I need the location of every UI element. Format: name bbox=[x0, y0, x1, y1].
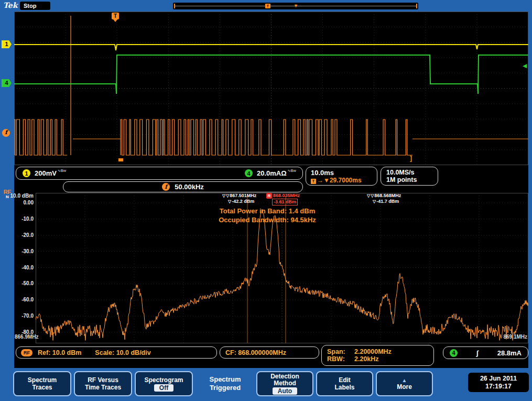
reference-marker-icon: R bbox=[266, 193, 272, 199]
ch4-edge-marker-icon: ◀ bbox=[523, 62, 527, 69]
record-length: 1M points bbox=[386, 176, 417, 183]
delay-arrow-icon: →▼ bbox=[317, 177, 330, 184]
ref-level-label: 10.0 dBm bbox=[0, 193, 34, 199]
menu-button-label: Detection bbox=[270, 373, 299, 380]
marker-icon: ▽ bbox=[226, 193, 229, 198]
menu-button-label: More bbox=[397, 383, 412, 391]
horizontal-readout-box: 10.0ms T→▼29.7000ms bbox=[306, 167, 377, 186]
oscilloscope-screen: Tek Stop T ▼ 1 4 f T ] ◀ 1 200mV ∿Bw 4 2… bbox=[0, 0, 532, 401]
menu-title-spectrum-triggered[interactable]: Spectrum Triggered bbox=[194, 373, 256, 394]
tek-logo: Tek bbox=[3, 1, 17, 9]
y-axis-label: -10.0 bbox=[0, 216, 34, 222]
marker-icon: ▽ bbox=[367, 193, 370, 198]
delay-trigger-icon: T bbox=[311, 179, 316, 184]
marker-icon: ▽ bbox=[222, 193, 225, 198]
record-view-bar: T ▼ bbox=[173, 3, 418, 9]
marker-icon: ▽ bbox=[228, 199, 231, 204]
rf-readout-badge: RF bbox=[21, 349, 32, 356]
span-rbw-readout-box: Span:2.20000MHz RBW:2.20kHz bbox=[321, 345, 434, 366]
menu-button-more[interactable]: ▲ More bbox=[376, 371, 433, 396]
menu-button-state: Off bbox=[154, 384, 173, 392]
reference-marker-readout: R868.035MHz -3.61 dBm bbox=[266, 193, 300, 205]
rf-freq-scale: 50.00kHz bbox=[175, 183, 204, 191]
band-measurements: Total Power in Band: 1.4 dBm Occupied Ba… bbox=[168, 207, 367, 224]
record-trigger-icon: T bbox=[265, 4, 270, 8]
menu-button-label: Edit bbox=[339, 376, 351, 384]
ch4-readout-badge: 4 bbox=[245, 169, 253, 177]
datetime-box: 26 Jun 2011 17:19:17 bbox=[468, 373, 529, 392]
sample-rate: 10.0MS/s bbox=[386, 169, 415, 176]
rf-scale: Scale: 10.0 dB/div bbox=[95, 349, 150, 356]
menu-button-label: Traces bbox=[32, 384, 52, 391]
y-axis-label: 0.00 bbox=[0, 200, 34, 205]
menu-button-edit-labels[interactable]: Edit Labels bbox=[316, 371, 373, 396]
time-domain-graticule bbox=[14, 12, 528, 165]
trigger-source-badge: 4 bbox=[450, 349, 458, 357]
menu-button-spectrum-traces[interactable]: Spectrum Traces bbox=[13, 371, 71, 396]
center-frequency-readout-box: CF: 868.000000MHz bbox=[220, 346, 319, 359]
peak-marker-readout: ▽▽868.568MHz ▽-41.7 dBm bbox=[367, 193, 401, 204]
menu-button-label: Time Traces bbox=[85, 384, 121, 391]
date-label: 26 Jun 2011 bbox=[480, 375, 517, 383]
peak-marker-readout: ▽▽867.501MHz ▽-42.2 dBm bbox=[222, 193, 256, 204]
trigger-level-marker bbox=[118, 158, 123, 161]
span-label: Span: bbox=[327, 348, 354, 355]
rf-freq-readout-box: f 50.00kHz bbox=[63, 181, 303, 192]
ch1-readout-badge: 1 bbox=[23, 169, 30, 177]
marker-amplitude: -3.61 dBm bbox=[272, 199, 298, 205]
menu-button-label: Labels bbox=[334, 384, 354, 391]
y-axis-label: -50.0 bbox=[0, 280, 34, 286]
channel-readout-box: 1 200mV ∿Bw 4 20.0mAΩ ∿Bw bbox=[16, 167, 303, 180]
trigger-slope-icon: ∫ bbox=[476, 349, 479, 357]
y-axis-label: -30.0 bbox=[0, 248, 34, 254]
menu-button-detection-method[interactable]: Detection Method Auto bbox=[256, 371, 313, 396]
menu-button-label: Spectrogram bbox=[144, 376, 183, 384]
time-label: 17:19:17 bbox=[485, 383, 512, 391]
record-left-bracket bbox=[174, 4, 175, 8]
ch4-scale: 20.0mAΩ bbox=[257, 169, 287, 177]
trigger-readout-box: 4 ∫ 28.8mA bbox=[443, 346, 528, 359]
marker-frequency: 868.568MHz bbox=[374, 193, 401, 198]
menu-title-label: Spectrum bbox=[210, 375, 241, 384]
burst-end-bracket: ] bbox=[410, 155, 412, 162]
total-power-in-band: Total Power in Band: 1.4 dBm bbox=[168, 207, 367, 215]
span-value: 2.20000MHz bbox=[354, 348, 392, 355]
y-axis-label: -40.0 bbox=[0, 265, 34, 270]
ch1-coupling: ∿Bw bbox=[58, 169, 66, 173]
rf-time-badge: f bbox=[2, 129, 10, 137]
rbw-value: 2.20kHz bbox=[354, 355, 379, 363]
rf-freq-badge: f bbox=[162, 183, 170, 191]
start-frequency-label: 866.9MHz bbox=[15, 334, 39, 340]
ch1-scale: 200mV bbox=[35, 169, 57, 177]
menu-button-label: Method bbox=[274, 380, 296, 387]
menu-title-label: Triggered bbox=[210, 384, 241, 392]
y-axis-label: -20.0 bbox=[0, 232, 34, 238]
horizontal-delay: 29.7000ms bbox=[330, 177, 362, 184]
menu-button-state: Auto bbox=[273, 387, 297, 395]
ch4-badge: 4 bbox=[2, 79, 12, 87]
chevron-up-icon: ▲ bbox=[402, 377, 407, 383]
ch4-coupling: ∿Bw bbox=[288, 169, 296, 173]
rf-settings-readout-box: RF Ref: 10.0 dBm Scale: 10.0 dB/div bbox=[16, 346, 217, 359]
rf-ref-level: Ref: 10.0 dBm bbox=[38, 349, 81, 356]
rbw-label: RBW: bbox=[327, 355, 354, 363]
menu-button-rf-versus-time[interactable]: RF Versus Time Traces bbox=[74, 371, 132, 396]
record-right-bracket bbox=[416, 4, 417, 8]
trigger-flag: T bbox=[112, 13, 119, 19]
marker-amplitude: -41.7 dBm bbox=[376, 199, 399, 204]
acquisition-status: Stop bbox=[20, 2, 50, 10]
trigger-flag-stem bbox=[113, 19, 117, 22]
menu-button-spectrogram[interactable]: Spectrogram Off bbox=[135, 371, 193, 396]
y-axis-label: -60.0 bbox=[0, 297, 34, 302]
horizontal-scale: 10.0ms bbox=[311, 169, 334, 177]
marker-icon: ▽ bbox=[371, 193, 374, 198]
marker-amplitude: -42.2 dBm bbox=[232, 199, 254, 204]
marker-frequency: 867.501MHz bbox=[230, 193, 256, 198]
marker-icon: ▽ bbox=[373, 199, 376, 204]
ch1-badge: 1 bbox=[2, 40, 12, 48]
acquisition-readout-box: 10.0MS/s 1M points bbox=[381, 167, 438, 186]
center-frequency: CF: 868.000000MHz bbox=[225, 349, 286, 356]
trigger-level: 28.8mA bbox=[497, 349, 522, 357]
menu-button-label: RF Versus bbox=[88, 376, 118, 384]
marker-frequency: 868.035MHz bbox=[273, 193, 300, 198]
